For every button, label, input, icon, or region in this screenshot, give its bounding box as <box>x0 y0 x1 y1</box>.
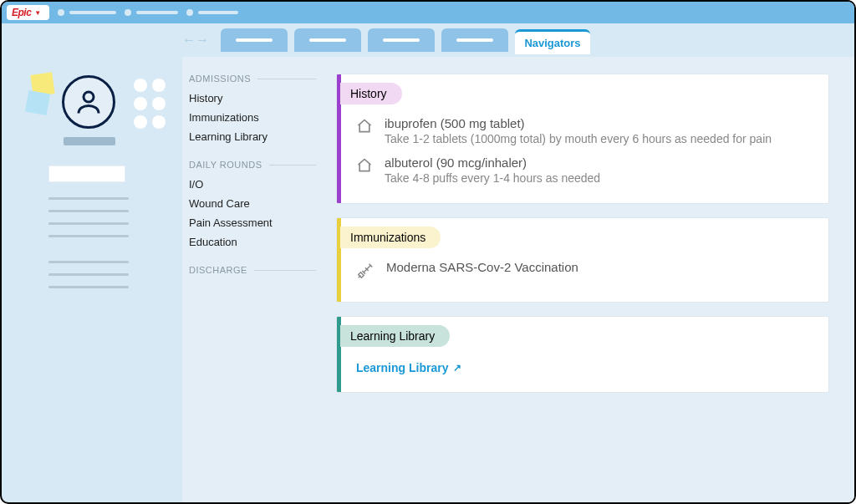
tab-navigators[interactable]: Navigators <box>515 29 590 54</box>
workspace-tabs: ← → Navigators <box>2 23 854 57</box>
card-history: History ibuprofen (500 mg tablet) Take 1… <box>336 74 829 204</box>
sticky-note-icon[interactable] <box>25 90 50 115</box>
home-icon <box>356 118 373 138</box>
navigator-pane: ADMISSIONS History Immunizations Learnin… <box>182 57 854 502</box>
patient-name-placeholder <box>64 137 115 145</box>
status-dot[interactable] <box>152 97 166 110</box>
medication-dose: Take 1-2 tablets (1000mg total) by mouth… <box>385 132 772 145</box>
main-area: ADMISSIONS History Immunizations Learnin… <box>2 57 854 502</box>
nav-item-learning-library[interactable]: Learning Library <box>189 127 316 146</box>
nav-item-history[interactable]: History <box>189 89 316 108</box>
toolbar-placeholder-1[interactable] <box>58 9 116 16</box>
patient-status-dots <box>134 79 166 129</box>
person-icon <box>74 87 104 117</box>
medication-row[interactable]: albuterol (90 mcg/inhaler) Take 4-8 puff… <box>356 150 813 190</box>
nav-section-daily-rounds: DAILY ROUNDS I/O Wound Care Pain Assessm… <box>189 160 316 252</box>
back-arrow-icon[interactable]: ← <box>182 33 196 48</box>
nav-item-pain-assessment[interactable]: Pain Assessment <box>189 213 316 232</box>
epic-logo: Epic <box>12 7 31 18</box>
syringe-icon <box>356 262 374 283</box>
patient-info-placeholder <box>48 197 182 237</box>
nav-item-education[interactable]: Education <box>189 232 316 252</box>
toolbar-placeholder-3[interactable] <box>186 9 238 16</box>
card-title: Learning Library <box>340 325 450 347</box>
medication-name: ibuprofen (500 mg tablet) <box>385 116 772 130</box>
epic-menu-button[interactable]: Epic ▼ <box>7 5 49 20</box>
medication-name: albuterol (90 mcg/inhaler) <box>385 155 600 170</box>
svg-point-0 <box>84 92 94 102</box>
title-bar: Epic ▼ <box>2 2 854 23</box>
nav-arrows: ← → <box>182 33 209 48</box>
nav-item-immunizations[interactable]: Immunizations <box>189 108 316 127</box>
status-dot[interactable] <box>152 79 166 92</box>
forward-arrow-icon[interactable]: → <box>196 33 209 48</box>
immunization-row[interactable]: Moderna SARS-Cov-2 Vaccination <box>356 255 813 288</box>
status-dot[interactable] <box>134 97 147 110</box>
status-dot[interactable] <box>134 115 147 129</box>
immunization-name: Moderna SARS-Cov-2 Vaccination <box>386 260 578 274</box>
workspace-tab-placeholder[interactable] <box>441 28 508 52</box>
patient-search-field[interactable] <box>48 165 125 182</box>
nav-section-discharge: DISCHARGE <box>189 265 316 275</box>
card-immunizations: Immunizations Moderna S <box>336 217 829 303</box>
learning-library-link[interactable]: Learning Library ↗ <box>356 361 461 374</box>
avatar[interactable] <box>62 75 115 129</box>
card-title: History <box>340 83 402 104</box>
nav-section-header: DAILY ROUNDS <box>189 160 262 170</box>
status-dot[interactable] <box>134 79 147 92</box>
chevron-down-icon: ▼ <box>34 9 41 17</box>
link-label: Learning Library <box>356 361 448 374</box>
navigator-index: ADMISSIONS History Immunizations Learnin… <box>182 74 316 486</box>
workspace-tab-placeholder[interactable] <box>294 28 361 52</box>
card-learning-library: Learning Library Learning Library ↗ <box>336 316 829 393</box>
navigator-cards: History ibuprofen (500 mg tablet) Take 1… <box>336 74 829 486</box>
medication-row[interactable]: ibuprofen (500 mg tablet) Take 1-2 table… <box>356 111 813 150</box>
workspace-tab-placeholder[interactable] <box>221 28 288 52</box>
patient-sidebar <box>2 57 182 502</box>
nav-item-io[interactable]: I/O <box>189 175 316 194</box>
nav-section-admissions: ADMISSIONS History Immunizations Learnin… <box>189 74 316 146</box>
home-icon <box>356 157 373 177</box>
toolbar-placeholder-2[interactable] <box>125 9 178 16</box>
card-title: Immunizations <box>340 227 441 248</box>
app-window: Epic ▼ ← → Navigators <box>0 0 856 504</box>
external-link-icon: ↗ <box>453 362 461 374</box>
status-dot[interactable] <box>152 115 166 129</box>
medication-dose: Take 4-8 puffs every 1-4 hours as needed <box>385 171 600 185</box>
nav-item-wound-care[interactable]: Wound Care <box>189 194 316 213</box>
nav-section-header: ADMISSIONS <box>189 74 251 84</box>
patient-info-placeholder <box>48 261 182 288</box>
nav-section-header: DISCHARGE <box>189 265 247 275</box>
workspace-tab-placeholder[interactable] <box>368 28 435 52</box>
